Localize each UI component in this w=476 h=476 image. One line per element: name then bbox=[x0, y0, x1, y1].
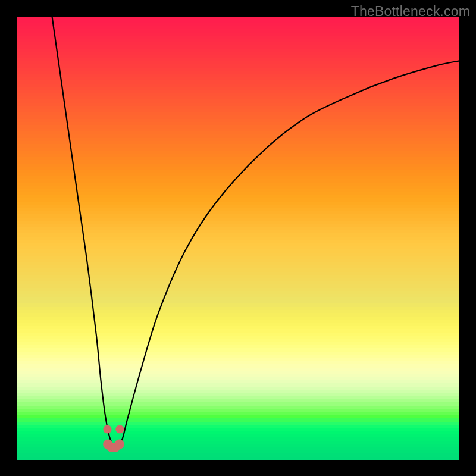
chart-svg bbox=[17, 17, 459, 459]
data-marker bbox=[114, 440, 124, 449]
plot-area bbox=[17, 17, 459, 459]
chart-frame: TheBottleneck.com bbox=[0, 0, 476, 476]
bottleneck-curve bbox=[52, 17, 459, 447]
watermark-text: TheBottleneck.com bbox=[351, 4, 470, 20]
data-marker bbox=[103, 425, 111, 433]
data-marker bbox=[115, 425, 124, 433]
curve-markers bbox=[103, 425, 124, 452]
